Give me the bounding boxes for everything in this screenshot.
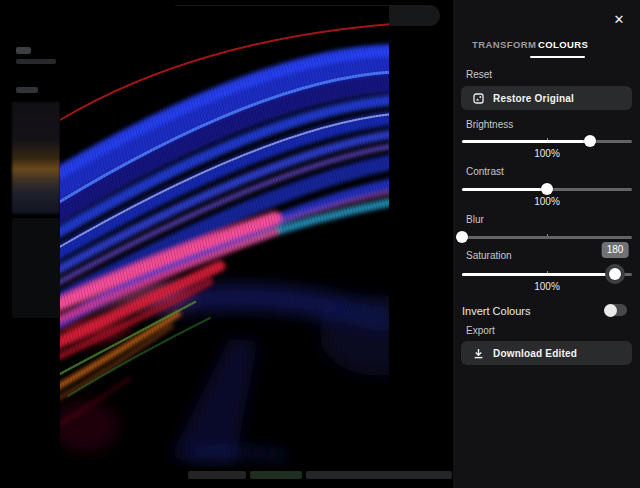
download-icon [473,348,484,359]
active-tab-underline [530,56,585,58]
tab-transform[interactable]: TRANSFORM [472,39,536,50]
slider-fill [462,273,615,276]
saturation-slider-thumb[interactable] [609,268,621,280]
invert-colours-toggle[interactable] [605,304,627,316]
export-section-label: Export [466,325,495,336]
slider-fill [462,140,590,143]
restore-image-icon [473,93,484,104]
saturation-label: Saturation [466,250,512,261]
gallery-thumbnail [12,218,60,318]
edit-panel: ✕ TRANSFORM COLOURS Reset Restore Origin… [453,0,640,488]
close-icon[interactable]: ✕ [610,11,628,29]
brightness-slider-thumb[interactable] [584,135,596,147]
slider-center-tick [547,234,548,236]
saturation-value-tooltip: 180 [602,242,629,258]
tab-colours[interactable]: COLOURS [538,39,588,50]
restore-original-button[interactable]: Restore Original [461,86,632,110]
contrast-slider[interactable] [462,183,632,195]
gallery-thumbnail [12,102,60,214]
contrast-label: Contrast [466,166,504,177]
toggle-knob [604,304,617,317]
restore-original-label: Restore Original [493,93,574,104]
brightness-label: Brightness [466,119,513,130]
sidebar-title-dimmed [16,47,31,54]
slider-center-tick [547,138,548,140]
light-trails-image [60,6,389,467]
slider-center-tick [547,271,548,273]
reset-section-label: Reset [466,69,492,80]
contrast-value: 100% [462,196,632,207]
slider-fill [462,188,547,191]
photo-editor-app: ✕ TRANSFORM COLOURS Reset Restore Origin… [0,0,640,488]
download-edited-button[interactable]: Download Edited [461,341,632,365]
photo-preview [60,6,389,467]
brightness-slider[interactable] [462,135,632,147]
contrast-slider-thumb[interactable] [541,183,553,195]
sidebar-subtitle-dimmed [16,59,56,64]
download-edited-label: Download Edited [493,348,577,359]
saturation-slider[interactable]: 180 [462,268,632,280]
gallery-backdrop [0,0,453,488]
invert-colours-label: Invert Colours [462,305,530,317]
saturation-value: 100% [462,281,632,292]
brightness-value: 100% [462,148,632,159]
blur-label: Blur [466,214,484,225]
caption-link-dimmed [250,471,302,479]
caption-text-dimmed [306,471,452,479]
caption-text-dimmed [188,471,246,479]
blur-slider-thumb[interactable] [456,231,468,243]
sidebar-section-dimmed [16,87,38,93]
